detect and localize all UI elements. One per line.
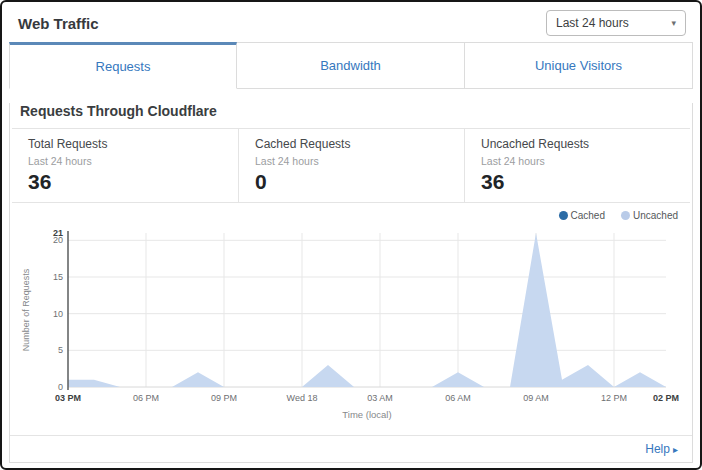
chart-block: CachedUncached 051015202103 PM06 PM09 PM… xyxy=(10,203,692,427)
stat-value: 36 xyxy=(481,171,674,192)
area-series-uncached xyxy=(68,233,666,387)
section-title: Requests Through Cloudflare xyxy=(20,103,682,119)
y-tick-label: 15 xyxy=(53,272,63,282)
x-tick-label: Wed 18 xyxy=(287,393,318,403)
stat-label: Uncached Requests xyxy=(481,137,674,151)
x-tick-label: 12 PM xyxy=(601,393,627,403)
stat-total-requests: Total RequestsLast 24 hours36 xyxy=(12,129,238,202)
stat-uncached-requests: Uncached RequestsLast 24 hours36 xyxy=(464,129,690,202)
stat-sub: Last 24 hours xyxy=(255,155,448,167)
tab-bar: RequestsBandwidthUnique Visitors xyxy=(9,42,693,89)
x-tick-label: 03 AM xyxy=(367,393,393,403)
stat-value: 36 xyxy=(28,171,222,192)
traffic-panel: RequestsBandwidthUnique Visitors Request… xyxy=(9,42,693,463)
legend-dot-icon xyxy=(559,211,568,220)
tab-unique-visitors[interactable]: Unique Visitors xyxy=(465,42,693,89)
help-row: Help ▸ xyxy=(10,435,692,462)
header: Web Traffic Last 24 hours ▾ xyxy=(2,2,700,42)
requests-area-chart: 051015202103 PM06 PM09 PMWed 1803 AM06 A… xyxy=(16,221,688,427)
x-tick-label: 09 PM xyxy=(211,393,237,403)
legend-item-cached: Cached xyxy=(559,210,605,221)
y-tick-label: 5 xyxy=(58,345,63,355)
tab-bandwidth[interactable]: Bandwidth xyxy=(237,42,465,89)
stat-value: 0 xyxy=(255,171,448,192)
x-tick-label: 09 AM xyxy=(523,393,549,403)
x-tick-label: 06 PM xyxy=(133,393,159,403)
y-tick-label: 10 xyxy=(53,309,63,319)
stats-row: Total RequestsLast 24 hours36Cached Requ… xyxy=(12,128,690,203)
stat-sub: Last 24 hours xyxy=(481,155,674,167)
legend-label: Cached xyxy=(571,210,605,221)
stat-sub: Last 24 hours xyxy=(28,155,222,167)
x-tick-label: 06 AM xyxy=(445,393,471,403)
chart-legend: CachedUncached xyxy=(16,207,686,222)
stat-cached-requests: Cached RequestsLast 24 hours0 xyxy=(238,129,464,202)
tab-requests[interactable]: Requests xyxy=(9,42,237,89)
chevron-down-icon: ▾ xyxy=(671,18,676,28)
tab-content: Requests Through Cloudflare Total Reques… xyxy=(9,103,693,463)
stat-label: Cached Requests xyxy=(255,137,448,151)
page-title: Web Traffic xyxy=(18,15,99,32)
time-range-value: Last 24 hours xyxy=(556,16,629,30)
legend-item-uncached: Uncached xyxy=(621,210,678,221)
stat-label: Total Requests xyxy=(28,137,222,151)
arrow-right-icon: ▸ xyxy=(673,444,678,455)
x-tick-label: 02 PM xyxy=(653,393,679,403)
help-label: Help xyxy=(645,442,670,456)
time-range-dropdown[interactable]: Last 24 hours ▾ xyxy=(546,10,686,36)
y-tick-label: 21 xyxy=(53,228,63,238)
y-axis-title: Number of Requests xyxy=(21,268,31,351)
x-tick-label: 03 PM xyxy=(55,393,81,403)
x-axis-title: Time (local) xyxy=(342,409,391,420)
y-tick-label: 0 xyxy=(58,382,63,392)
legend-label: Uncached xyxy=(633,210,678,221)
legend-dot-icon xyxy=(621,211,630,220)
help-link[interactable]: Help ▸ xyxy=(645,442,678,456)
web-traffic-window: Web Traffic Last 24 hours ▾ RequestsBand… xyxy=(0,0,702,470)
